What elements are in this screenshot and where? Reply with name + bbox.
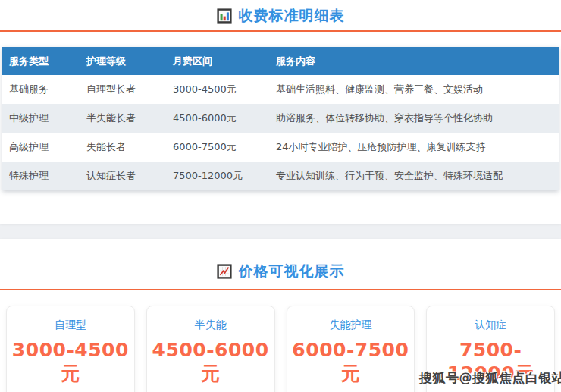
price-card-semi-disabled: 半失能 4500-6000元 中级护理服务: [146, 306, 275, 392]
table-cell: 半失能长者: [80, 104, 166, 133]
bar-chart-icon: [217, 8, 232, 24]
table-cell: 24小时专业陪护、压疮预防护理、康复训练支持: [269, 133, 559, 162]
fee-section-title-text: 收费标准明细表: [239, 6, 345, 26]
price-card-self-care: 自理型 3000-4500元 基础生活服务: [6, 306, 135, 392]
table-cell: 特殊护理: [2, 162, 80, 190]
table-row: 特殊护理 认知症长者 7500-12000元 专业认知训练、行为干预、安全监护、…: [2, 162, 559, 190]
fee-table-body: 基础服务 自理型长者 3000-4500元 基础生活照料、健康监测、营养三餐、文…: [2, 75, 559, 190]
fee-schedule-section: 收费标准明细表 服务类型 护理等级 月费区间 服务内容 基础服务 自理型长者 3…: [0, 0, 561, 224]
table-cell: 失能长者: [80, 133, 166, 162]
title-underline: [0, 289, 561, 290]
table-row: 基础服务 自理型长者 3000-4500元 基础生活照料、健康监测、营养三餐、文…: [2, 75, 559, 104]
price-section-title: 价格可视化展示: [0, 262, 561, 281]
table-cell: 高级护理: [2, 133, 80, 162]
card-label: 半失能: [147, 318, 274, 332]
card-label: 失能护理: [287, 318, 415, 332]
table-cell: 4500-6000元: [166, 104, 269, 133]
column-header-service-content: 服务内容: [269, 47, 559, 75]
table-cell: 基础生活照料、健康监测、营养三餐、文娱活动: [269, 75, 559, 104]
card-price: 6000-7500元: [287, 339, 415, 386]
card-label: 自理型: [7, 318, 134, 332]
column-header-service-type: 服务类型: [2, 47, 80, 75]
table-cell: 专业认知训练、行为干预、安全监护、特殊环境适配: [269, 162, 559, 190]
fee-section-title: 收费标准明细表: [0, 6, 561, 26]
table-cell: 基础服务: [2, 75, 80, 104]
fee-table: 服务类型 护理等级 月费区间 服务内容 基础服务 自理型长者 3000-4500…: [2, 47, 559, 190]
table-cell: 中级护理: [2, 104, 80, 133]
card-price: 4500-6000元: [147, 339, 274, 386]
line-chart-icon: [217, 264, 232, 279]
table-row: 中级护理 半失能长者 4500-6000元 助浴服务、体位转移协助、穿衣指导等个…: [2, 104, 559, 133]
sohu-watermark: 搜狐号@搜狐焦点白银站: [419, 369, 561, 387]
column-header-care-level: 护理等级: [80, 47, 166, 75]
price-section-title-text: 价格可视化展示: [239, 262, 345, 281]
column-header-monthly-fee: 月费区间: [166, 47, 269, 75]
table-row: 高级护理 失能长者 6000-7500元 24小时专业陪护、压疮预防护理、康复训…: [2, 133, 559, 162]
price-card-disabled-care: 失能护理 6000-7500元 高级专业护理: [287, 306, 415, 392]
card-label: 认知症: [427, 318, 554, 332]
table-header-row: 服务类型 护理等级 月费区间 服务内容: [2, 47, 559, 75]
table-cell: 认知症长者: [80, 162, 166, 190]
table-cell: 自理型长者: [80, 75, 166, 104]
table-cell: 3000-4500元: [166, 75, 269, 104]
fee-table-header: 服务类型 护理等级 月费区间 服务内容: [2, 47, 559, 75]
table-cell: 助浴服务、体位转移协助、穿衣指导等个性化协助: [269, 104, 559, 133]
card-price: 3000-4500元: [7, 339, 134, 386]
title-underline: [0, 30, 561, 32]
table-cell: 7500-12000元: [166, 162, 269, 190]
table-cell: 6000-7500元: [166, 133, 269, 162]
